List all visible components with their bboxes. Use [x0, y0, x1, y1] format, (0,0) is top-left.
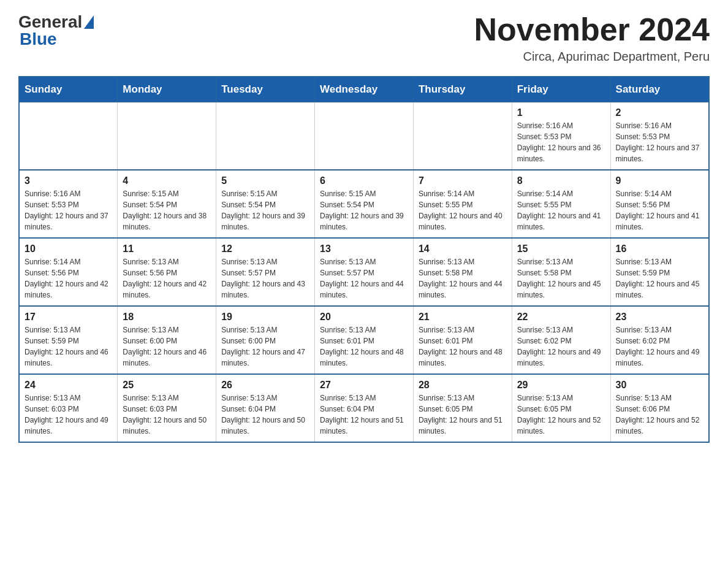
calendar-cell: 22Sunrise: 5:13 AMSunset: 6:02 PMDayligh… [512, 306, 610, 374]
day-number: 10 [25, 243, 112, 255]
day-number: 26 [221, 380, 309, 391]
day-info: Sunrise: 5:13 AMSunset: 6:03 PMDaylight:… [25, 393, 112, 437]
calendar-cell: 29Sunrise: 5:13 AMSunset: 6:05 PMDayligh… [512, 374, 610, 442]
day-number: 14 [419, 243, 507, 255]
calendar-week-row: 24Sunrise: 5:13 AMSunset: 6:03 PMDayligh… [19, 374, 709, 442]
day-info: Sunrise: 5:13 AMSunset: 6:03 PMDaylight:… [123, 393, 211, 437]
day-number: 22 [517, 312, 605, 323]
day-number: 12 [221, 243, 309, 255]
calendar-cell: 10Sunrise: 5:14 AMSunset: 5:56 PMDayligh… [19, 238, 118, 306]
day-info: Sunrise: 5:14 AMSunset: 5:55 PMDaylight:… [517, 188, 605, 232]
day-info: Sunrise: 5:13 AMSunset: 5:56 PMDaylight:… [123, 256, 211, 301]
calendar-week-row: 17Sunrise: 5:13 AMSunset: 5:59 PMDayligh… [19, 306, 709, 374]
day-number: 25 [123, 380, 211, 391]
calendar-cell: 12Sunrise: 5:13 AMSunset: 5:57 PMDayligh… [216, 238, 315, 306]
weekday-header-friday: Friday [512, 77, 610, 102]
page-header: General Blue November 2024 Circa, Apurim… [18, 12, 710, 64]
day-info: Sunrise: 5:13 AMSunset: 6:02 PMDaylight:… [616, 324, 703, 369]
location-subtitle: Circa, Apurimac Department, Peru [474, 50, 710, 64]
calendar-cell: 20Sunrise: 5:13 AMSunset: 6:01 PMDayligh… [315, 306, 414, 374]
day-info: Sunrise: 5:13 AMSunset: 5:58 PMDaylight:… [517, 256, 605, 301]
day-info: Sunrise: 5:15 AMSunset: 5:54 PMDaylight:… [123, 188, 211, 232]
day-number: 27 [320, 380, 408, 391]
calendar-week-row: 1Sunrise: 5:16 AMSunset: 5:53 PMDaylight… [19, 102, 709, 170]
weekday-header-wednesday: Wednesday [315, 77, 414, 102]
day-number: 2 [616, 107, 703, 118]
day-info: Sunrise: 5:13 AMSunset: 6:05 PMDaylight:… [517, 393, 605, 437]
day-number: 29 [517, 380, 605, 391]
day-info: Sunrise: 5:13 AMSunset: 6:01 PMDaylight:… [320, 324, 408, 369]
calendar-cell: 8Sunrise: 5:14 AMSunset: 5:55 PMDaylight… [512, 170, 610, 238]
title-area: November 2024 Circa, Apurimac Department… [474, 12, 710, 64]
day-number: 5 [221, 175, 309, 186]
day-info: Sunrise: 5:13 AMSunset: 6:00 PMDaylight:… [123, 324, 211, 369]
weekday-header-monday: Monday [118, 77, 216, 102]
day-info: Sunrise: 5:13 AMSunset: 5:59 PMDaylight:… [616, 256, 703, 301]
day-info: Sunrise: 5:13 AMSunset: 5:57 PMDaylight:… [320, 256, 408, 301]
day-number: 28 [419, 380, 507, 391]
day-info: Sunrise: 5:14 AMSunset: 5:56 PMDaylight:… [616, 188, 703, 232]
day-number: 21 [419, 312, 507, 323]
weekday-header-row: SundayMondayTuesdayWednesdayThursdayFrid… [19, 77, 709, 102]
weekday-header-thursday: Thursday [413, 77, 512, 102]
calendar-cell: 14Sunrise: 5:13 AMSunset: 5:58 PMDayligh… [413, 238, 512, 306]
calendar-cell: 25Sunrise: 5:13 AMSunset: 6:03 PMDayligh… [118, 374, 216, 442]
day-number: 8 [517, 175, 605, 186]
calendar-cell: 19Sunrise: 5:13 AMSunset: 6:00 PMDayligh… [216, 306, 315, 374]
calendar-cell: 13Sunrise: 5:13 AMSunset: 5:57 PMDayligh… [315, 238, 414, 306]
calendar-cell: 21Sunrise: 5:13 AMSunset: 6:01 PMDayligh… [413, 306, 512, 374]
calendar-cell [118, 102, 216, 170]
day-number: 4 [123, 175, 211, 186]
day-info: Sunrise: 5:13 AMSunset: 6:05 PMDaylight:… [419, 393, 507, 437]
calendar-cell: 4Sunrise: 5:15 AMSunset: 5:54 PMDaylight… [118, 170, 216, 238]
day-info: Sunrise: 5:13 AMSunset: 5:58 PMDaylight:… [419, 256, 507, 301]
day-info: Sunrise: 5:13 AMSunset: 6:02 PMDaylight:… [517, 324, 605, 369]
calendar-table: SundayMondayTuesdayWednesdayThursdayFrid… [18, 76, 710, 443]
day-number: 15 [517, 243, 605, 255]
day-number: 19 [221, 312, 309, 323]
calendar-cell: 17Sunrise: 5:13 AMSunset: 5:59 PMDayligh… [19, 306, 118, 374]
day-info: Sunrise: 5:15 AMSunset: 5:54 PMDaylight:… [320, 188, 408, 232]
calendar-header: SundayMondayTuesdayWednesdayThursdayFrid… [19, 77, 709, 102]
day-number: 9 [616, 175, 703, 186]
day-info: Sunrise: 5:16 AMSunset: 5:53 PMDaylight:… [25, 188, 112, 232]
calendar-cell: 11Sunrise: 5:13 AMSunset: 5:56 PMDayligh… [118, 238, 216, 306]
day-number: 20 [320, 312, 408, 323]
calendar-cell [413, 102, 512, 170]
weekday-header-sunday: Sunday [19, 77, 118, 102]
day-number: 24 [25, 380, 112, 391]
day-info: Sunrise: 5:16 AMSunset: 5:53 PMDaylight:… [517, 120, 605, 164]
day-info: Sunrise: 5:15 AMSunset: 5:54 PMDaylight:… [221, 188, 309, 232]
calendar-week-row: 10Sunrise: 5:14 AMSunset: 5:56 PMDayligh… [19, 238, 709, 306]
calendar-cell: 7Sunrise: 5:14 AMSunset: 5:55 PMDaylight… [413, 170, 512, 238]
calendar-cell: 26Sunrise: 5:13 AMSunset: 6:04 PMDayligh… [216, 374, 315, 442]
calendar-cell: 18Sunrise: 5:13 AMSunset: 6:00 PMDayligh… [118, 306, 216, 374]
calendar-cell: 6Sunrise: 5:15 AMSunset: 5:54 PMDaylight… [315, 170, 414, 238]
weekday-header-saturday: Saturday [610, 77, 709, 102]
day-info: Sunrise: 5:13 AMSunset: 6:04 PMDaylight:… [221, 393, 309, 437]
day-info: Sunrise: 5:13 AMSunset: 6:01 PMDaylight:… [419, 324, 507, 369]
calendar-week-row: 3Sunrise: 5:16 AMSunset: 5:53 PMDaylight… [19, 170, 709, 238]
month-title: November 2024 [474, 12, 710, 47]
day-info: Sunrise: 5:13 AMSunset: 6:04 PMDaylight:… [320, 393, 408, 437]
day-number: 11 [123, 243, 211, 255]
day-number: 13 [320, 243, 408, 255]
calendar-cell: 1Sunrise: 5:16 AMSunset: 5:53 PMDaylight… [512, 102, 610, 170]
day-info: Sunrise: 5:13 AMSunset: 6:00 PMDaylight:… [221, 324, 309, 369]
logo: General Blue [18, 12, 94, 49]
day-number: 16 [616, 243, 703, 255]
day-number: 23 [616, 312, 703, 323]
day-number: 17 [25, 312, 112, 323]
calendar-cell: 30Sunrise: 5:13 AMSunset: 6:06 PMDayligh… [610, 374, 709, 442]
calendar-cell: 28Sunrise: 5:13 AMSunset: 6:05 PMDayligh… [413, 374, 512, 442]
day-info: Sunrise: 5:13 AMSunset: 5:59 PMDaylight:… [25, 324, 112, 369]
day-number: 30 [616, 380, 703, 391]
calendar-cell: 9Sunrise: 5:14 AMSunset: 5:56 PMDaylight… [610, 170, 709, 238]
calendar-cell: 24Sunrise: 5:13 AMSunset: 6:03 PMDayligh… [19, 374, 118, 442]
logo-blue-text: Blue [20, 29, 94, 49]
calendar-cell: 23Sunrise: 5:13 AMSunset: 6:02 PMDayligh… [610, 306, 709, 374]
day-info: Sunrise: 5:13 AMSunset: 6:06 PMDaylight:… [616, 393, 703, 437]
day-number: 7 [419, 175, 507, 186]
calendar-cell [216, 102, 315, 170]
day-info: Sunrise: 5:14 AMSunset: 5:56 PMDaylight:… [25, 256, 112, 301]
